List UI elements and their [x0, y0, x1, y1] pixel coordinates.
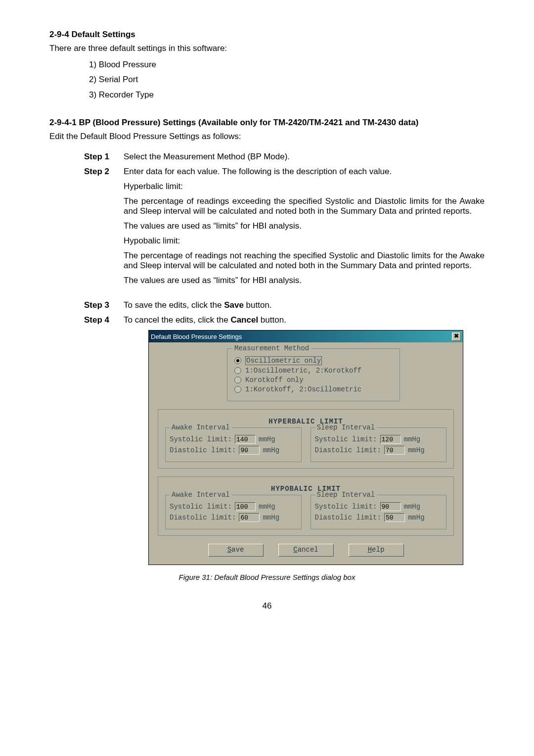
- diastolic-label: Diastolic limit:: [315, 446, 381, 454]
- step3-pre: To save the edits, click the: [124, 300, 224, 310]
- hyper-awake-systolic-input[interactable]: [235, 435, 256, 444]
- step3-bold: Save: [224, 300, 244, 310]
- intro-paragraph-2: Edit the Default Blood Pressure Settings…: [49, 131, 485, 142]
- group-title: Awake Interval: [170, 491, 232, 499]
- radio-label: 1:Korotkoff, 2:Oscillometric: [245, 385, 361, 393]
- hypobalic-body: The percentage of readings not reaching …: [124, 251, 485, 271]
- hypo-sleep-group: Sleep Interval Systolic limit: mmHg Dias…: [311, 495, 447, 529]
- systolic-label: Systolic limit:: [315, 503, 377, 511]
- group-title: Sleep Interval: [315, 424, 377, 431]
- hyper-sleep-systolic-input[interactable]: [380, 435, 401, 444]
- unit-label: mmHg: [259, 503, 275, 511]
- systolic-label: Systolic limit:: [315, 435, 377, 443]
- section-heading-1: 2-9-4 Default Settings: [49, 30, 485, 40]
- step-label: Step 2: [84, 167, 124, 177]
- diastolic-label: Diastolic limit:: [315, 514, 381, 521]
- radio-icon: [234, 367, 241, 374]
- radio-osc-then-korotkoff[interactable]: 1:Oscillometric, 2:Korotkoff: [234, 367, 393, 375]
- defaults-list: 1) Blood Pressure 2) Serial Port 3) Reco…: [89, 57, 485, 103]
- hyper-awake-group: Awake Interval Systolic limit: mmHg Dias…: [165, 427, 302, 462]
- step3-post: button.: [244, 300, 272, 310]
- unit-label: mmHg: [259, 435, 275, 443]
- diastolic-label: Diastolic limit:: [170, 446, 236, 454]
- step-label: Step 1: [84, 152, 124, 162]
- unit-label: mmHg: [408, 514, 425, 521]
- diastolic-label: Diastolic limit:: [170, 514, 236, 521]
- page: 2-9-4 Default Settings There are three d…: [0, 0, 534, 631]
- list-item: 2) Serial Port: [89, 72, 485, 88]
- mnemonic: S: [227, 546, 231, 554]
- radio-icon: [234, 386, 241, 393]
- hyper-sleep-group: Sleep Interval Systolic limit: mmHg Dias…: [311, 427, 447, 462]
- radio-label: 1:Oscillometric, 2:Korotkoff: [245, 367, 361, 375]
- step-label: Step 3: [84, 300, 124, 310]
- radio-korotkoff-only[interactable]: Korotkoff only: [234, 376, 393, 384]
- hypo-awake-systolic-input[interactable]: [235, 502, 256, 511]
- help-button[interactable]: Help: [349, 544, 404, 557]
- radio-label: Korotkoff only: [245, 376, 304, 384]
- hypo-sleep-diastolic-input[interactable]: [384, 513, 405, 522]
- step4-bold: Cancel: [230, 315, 258, 325]
- hypo-awake-diastolic-input[interactable]: [239, 513, 260, 522]
- bp-settings-dialog: Default Blood Pressure Settings ✖ Measur…: [148, 330, 463, 565]
- page-number: 46: [49, 601, 485, 611]
- hypobalic-label: Hypobalic limit:: [124, 236, 485, 246]
- cancel-button[interactable]: Cancel: [278, 544, 334, 557]
- list-item: 3) Recorder Type: [89, 88, 485, 103]
- mnemonic: C: [293, 546, 297, 554]
- button-row: Save Cancel Help: [158, 544, 454, 557]
- radio-icon: [234, 377, 241, 383]
- intro-paragraph: There are three default settings in this…: [49, 43, 485, 54]
- group-title: Sleep Interval: [315, 491, 377, 499]
- list-item: 1) Blood Pressure: [89, 57, 485, 73]
- measurement-method-group: Measurement Method Oscillometric only 1:…: [227, 348, 400, 401]
- figure-caption: Figure 31: Default Blood Pressure Settin…: [49, 573, 485, 581]
- hyperbalic-group: HYPERBALIC LIMIT Awake Interval Systolic…: [158, 409, 454, 469]
- titlebar: Default Blood Pressure Settings ✖: [149, 331, 463, 342]
- hyper-sleep-diastolic-input[interactable]: [384, 446, 405, 455]
- step-body: Select the Measurement Method (BP Mode).: [124, 152, 485, 162]
- btn-rest: elp: [372, 546, 384, 554]
- group-title: Awake Interval: [170, 424, 232, 431]
- hypobalic-body-2: The values are used as “limits” for HBI …: [124, 276, 485, 285]
- step-label: Step 4: [84, 315, 124, 325]
- dialog-body: Measurement Method Oscillometric only 1:…: [149, 342, 463, 565]
- systolic-label: Systolic limit:: [170, 435, 232, 443]
- radio-label: Oscillometric only: [245, 356, 322, 365]
- hyperbalic-label: Hyperbalic limit:: [124, 182, 485, 191]
- hypo-sleep-systolic-input[interactable]: [380, 502, 401, 511]
- hypobalic-group: HYPOBALIC LIMIT Awake Interval Systolic …: [158, 476, 454, 536]
- radio-icon: [234, 357, 241, 364]
- step-body: To save the edits, click the Save button…: [124, 300, 485, 310]
- step4-post: button.: [258, 315, 286, 325]
- btn-rest: ave: [231, 546, 244, 554]
- section-heading-2: 2-9-4-1 BP (Blood Pressure) Settings (Av…: [49, 118, 485, 128]
- group-title: Measurement Method: [232, 344, 311, 352]
- unit-label: mmHg: [404, 435, 421, 443]
- hyperbalic-body: The percentage of readings exceeding the…: [124, 196, 485, 216]
- step4-pre: To cancel the edits, click the: [124, 315, 230, 325]
- step-body: Enter data for each value. The following…: [124, 167, 485, 290]
- step2-intro: Enter data for each value. The following…: [124, 167, 485, 177]
- systolic-label: Systolic limit:: [170, 503, 232, 511]
- radio-oscillometric-only[interactable]: Oscillometric only: [234, 356, 393, 365]
- save-button[interactable]: Save: [208, 544, 264, 557]
- close-button[interactable]: ✖: [452, 332, 461, 341]
- hyperbalic-body-2: The values are used as “limits” for HBI …: [124, 221, 485, 231]
- hyper-awake-diastolic-input[interactable]: [239, 446, 260, 455]
- steps-block: Step 1 Select the Measurement Method (BP…: [84, 152, 485, 325]
- unit-label: mmHg: [263, 446, 279, 454]
- btn-rest: ancel: [298, 546, 318, 554]
- unit-label: mmHg: [263, 514, 279, 521]
- step-body: To cancel the edits, click the Cancel bu…: [124, 315, 485, 325]
- unit-label: mmHg: [408, 446, 425, 454]
- unit-label: mmHg: [404, 503, 421, 511]
- dialog-title: Default Blood Pressure Settings: [151, 333, 242, 340]
- radio-korotkoff-then-osc[interactable]: 1:Korotkoff, 2:Oscillometric: [234, 385, 393, 393]
- mnemonic: H: [368, 546, 372, 554]
- hypo-awake-group: Awake Interval Systolic limit: mmHg Dias…: [165, 495, 302, 529]
